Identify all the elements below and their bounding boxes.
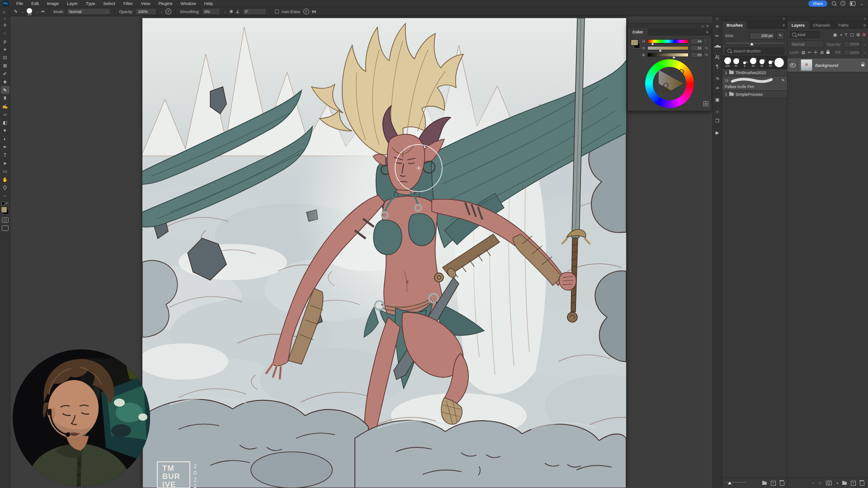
adjustments-panel-icon[interactable]: ☼ bbox=[713, 107, 722, 116]
filter-type-icon[interactable]: T bbox=[844, 33, 847, 37]
path-select-tool[interactable]: ➤ bbox=[1, 159, 9, 167]
close-icon[interactable]: ✕ bbox=[706, 24, 709, 28]
lock-paint-icon[interactable]: ✏ bbox=[808, 50, 811, 55]
history-brush-tool[interactable]: ✍ bbox=[1, 102, 9, 110]
brightness-slider[interactable] bbox=[647, 53, 689, 57]
brush-preview-icon[interactable]: ✎ bbox=[776, 32, 784, 40]
menu-select[interactable]: Select bbox=[99, 0, 119, 7]
new-layer-icon[interactable]: + bbox=[851, 481, 856, 486]
lock-all-icon[interactable] bbox=[826, 52, 830, 54]
crop-tool[interactable]: ⊡ bbox=[1, 53, 9, 61]
foreground-color-swatch[interactable] bbox=[1, 206, 7, 213]
tool-presets-icon[interactable]: ✕ bbox=[713, 22, 722, 31]
panel-menu-icon[interactable]: ≡ bbox=[706, 30, 711, 34]
layer-filter-field[interactable]: Kind bbox=[790, 31, 820, 38]
color-swatches[interactable] bbox=[1, 206, 9, 215]
frame-tool[interactable]: ⊠ bbox=[1, 61, 9, 70]
zoom-tool[interactable]: Ϙ bbox=[1, 183, 9, 192]
edit-toolbar-button[interactable]: ⋯ bbox=[1, 192, 9, 200]
panel-menu-icon[interactable]: ≡ bbox=[863, 21, 868, 29]
brush-preset[interactable]: ✎100 bbox=[723, 57, 731, 67]
menu-window[interactable]: Window bbox=[177, 0, 200, 7]
brush-preset-selected[interactable] bbox=[775, 58, 783, 67]
tab-brushes[interactable]: Brushes bbox=[722, 21, 747, 29]
add-mask-icon[interactable] bbox=[826, 481, 832, 485]
magic-wand-tool[interactable]: ✶ bbox=[1, 45, 9, 53]
menu-image[interactable]: Image bbox=[43, 0, 63, 7]
panel-menu-icon[interactable]: ≡ bbox=[783, 21, 787, 29]
brush-group-timbrushes[interactable]: ❯ TimBrushes2022 bbox=[722, 69, 787, 76]
histogram-icon[interactable]: ▂▅▃ bbox=[713, 41, 722, 50]
type-tool[interactable]: T bbox=[1, 151, 9, 159]
marquee-tool[interactable]: ◌ bbox=[1, 29, 9, 37]
screen-mode-button[interactable] bbox=[2, 225, 9, 231]
layer-row-background[interactable]: Background bbox=[788, 58, 868, 72]
lasso-tool[interactable]: ρ bbox=[1, 37, 9, 45]
blend-mode-select[interactable]: Normal bbox=[790, 41, 824, 47]
tab-color[interactable]: Color bbox=[628, 28, 648, 36]
foreground-color-swatch[interactable] bbox=[631, 39, 638, 46]
brush-size-slider[interactable] bbox=[726, 41, 783, 46]
auto-erase-checkbox[interactable] bbox=[275, 9, 279, 14]
layer-style-icon[interactable]: fx bbox=[819, 481, 822, 485]
panel-collapse-icon[interactable]: « bbox=[702, 25, 703, 28]
filter-pixel-icon[interactable]: ▣ bbox=[833, 33, 837, 37]
shape-tool[interactable]: ▭ bbox=[1, 167, 9, 175]
chevron-down-icon[interactable]: ⌄ bbox=[21, 10, 24, 14]
lock-transparent-icon[interactable]: ▨ bbox=[802, 50, 806, 55]
character-styles-icon[interactable]: ¶a bbox=[713, 74, 722, 83]
visibility-toggle[interactable] bbox=[788, 58, 798, 72]
pressure-opacity-icon[interactable]: ✐ bbox=[165, 9, 171, 14]
layer-thumbnail[interactable] bbox=[801, 59, 812, 71]
new-group-icon[interactable] bbox=[842, 482, 847, 485]
eraser-tool[interactable]: ▱ bbox=[1, 110, 9, 118]
panel-collapse-icon[interactable]: » bbox=[783, 17, 785, 20]
default-swap-colors[interactable]: ⇄ bbox=[1, 202, 9, 205]
quick-mask-button[interactable] bbox=[2, 217, 9, 223]
clone-source-panel-icon[interactable]: ❐ bbox=[713, 116, 722, 126]
angle-input[interactable]: 0° bbox=[243, 8, 266, 15]
help-icon[interactable]: ? bbox=[840, 1, 845, 6]
chevron-down-icon[interactable]: ⌄ bbox=[160, 10, 163, 14]
document-canvas[interactable]: TM BUR IVE 2 0 2 2 bbox=[142, 18, 626, 488]
mode-select[interactable]: Normal⌄ bbox=[67, 8, 110, 15]
brightness-value[interactable]: 65 bbox=[690, 52, 703, 58]
filter-smart-icon[interactable]: ⊞ bbox=[856, 33, 860, 37]
toolbar-expand-icon[interactable]: » bbox=[4, 17, 6, 21]
paragraph-panel-icon[interactable]: ¶ bbox=[713, 62, 722, 71]
clone-stamp-tool[interactable]: ♜ bbox=[1, 94, 9, 102]
menu-layer[interactable]: Layer bbox=[63, 0, 82, 7]
panel-collapse-icon[interactable]: » bbox=[864, 17, 866, 20]
brush-size-input[interactable]: 100 px bbox=[750, 33, 774, 39]
layer-name[interactable]: Background bbox=[815, 63, 838, 68]
pressure-size-icon[interactable]: ✐ bbox=[303, 9, 309, 14]
dodge-tool[interactable]: ◐ bbox=[1, 135, 9, 143]
brush-preset[interactable]: ✎45 bbox=[758, 59, 766, 67]
expand-icon[interactable]: ⊞ bbox=[703, 101, 708, 106]
adjustment-layer-icon[interactable]: ◑ bbox=[836, 481, 838, 485]
menu-view[interactable]: View bbox=[137, 0, 154, 7]
blur-tool[interactable]: ♠ bbox=[1, 127, 9, 135]
hue-marker[interactable] bbox=[679, 70, 684, 74]
symmetry-icon[interactable]: ⋈ bbox=[312, 9, 316, 14]
eyedropper-tool[interactable]: ✐ bbox=[1, 70, 9, 78]
brush-preset[interactable]: ✎8 bbox=[741, 61, 749, 67]
share-button[interactable]: Share bbox=[808, 0, 828, 7]
brush-preset-picker[interactable]: 100 bbox=[27, 8, 32, 15]
glyphs-panel-icon[interactable]: oA bbox=[713, 83, 722, 93]
menu-type[interactable]: Type bbox=[82, 0, 99, 7]
character-panel-icon[interactable]: A| bbox=[713, 52, 722, 62]
menu-filter[interactable]: Filter bbox=[119, 0, 137, 7]
menu-help[interactable]: Help bbox=[200, 0, 217, 7]
delete-layer-icon[interactable] bbox=[860, 482, 864, 486]
color-wheel[interactable] bbox=[645, 59, 694, 108]
brush-search-field[interactable]: Search Brushes bbox=[725, 47, 784, 54]
trash-icon[interactable] bbox=[780, 482, 784, 486]
menu-edit[interactable]: Edit bbox=[27, 0, 42, 7]
hand-tool[interactable]: ✋ bbox=[1, 175, 9, 183]
new-brush-icon[interactable]: + bbox=[771, 481, 776, 486]
pen-tool[interactable]: ✒ bbox=[1, 143, 9, 151]
brush-group-simpleprocess[interactable]: ❯ SimpleProcess bbox=[722, 91, 787, 98]
opacity-input[interactable]: 100% bbox=[136, 8, 156, 15]
saturation-value[interactable]: 31 bbox=[690, 45, 703, 51]
